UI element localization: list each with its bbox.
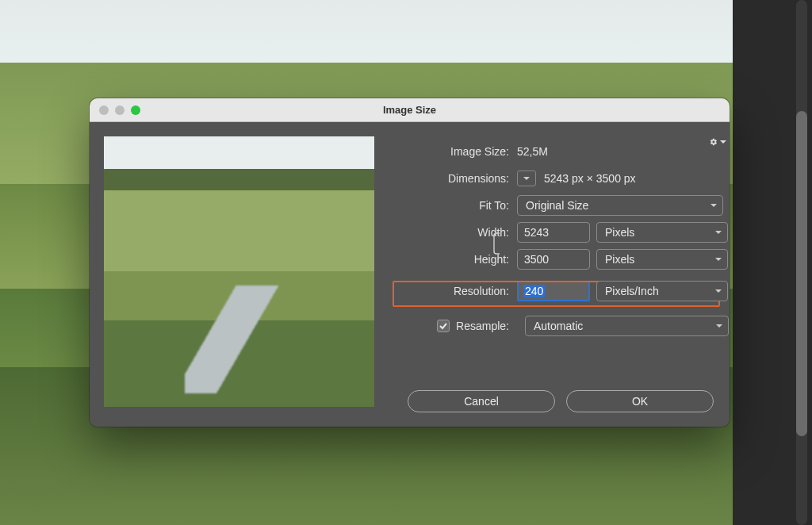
constrain-aspect-icon[interactable]	[492, 232, 503, 258]
dialog-titlebar[interactable]: Image Size	[90, 98, 730, 122]
dialog-body: Image Size: 52,5M Dimensions: 5243 px × …	[90, 122, 730, 427]
dialog-button-row: Cancel OK	[90, 390, 730, 412]
image-preview-thumbnail	[104, 136, 374, 407]
dialog-title: Image Size	[90, 104, 730, 116]
image-size-value: 52,5M	[517, 145, 548, 158]
image-size-row: Image Size: 52,5M	[390, 138, 729, 165]
height-row: Height: 3500 Pixels	[390, 246, 729, 273]
width-input[interactable]: 5243	[517, 222, 590, 243]
ok-button-label: OK	[632, 395, 648, 408]
resolution-unit-value: Pixels/Inch	[605, 285, 659, 297]
fit-to-select[interactable]: Original Size	[517, 195, 723, 216]
width-value: 5243	[524, 226, 549, 239]
dimensions-row: Dimensions: 5243 px × 3500 px	[390, 165, 729, 192]
dimensions-unit-toggle[interactable]	[517, 171, 536, 186]
image-preview[interactable]	[104, 136, 374, 407]
resolution-row: Resolution: 240 Pixels/Inch	[390, 278, 729, 305]
resample-row: Resample: Automatic	[390, 312, 729, 339]
height-value: 3500	[524, 253, 549, 266]
chevron-down-icon	[523, 174, 530, 182]
resolution-label: Resolution:	[390, 285, 517, 297]
checkmark-icon	[439, 321, 448, 331]
resample-select[interactable]: Automatic	[525, 316, 729, 336]
chevron-down-icon	[715, 320, 723, 332]
app-right-panel	[733, 0, 812, 525]
resolution-value: 240	[523, 285, 545, 297]
gear-icon	[710, 138, 718, 146]
chevron-down-icon	[714, 253, 722, 266]
width-unit-select[interactable]: Pixels	[596, 222, 728, 243]
resample-checkbox[interactable]	[437, 320, 450, 332]
dimensions-label: Dimensions:	[390, 172, 517, 185]
settings-menu-button[interactable]	[710, 138, 727, 146]
fit-to-label: Fit To:	[390, 199, 517, 212]
resolution-unit-select[interactable]: Pixels/Inch	[596, 281, 728, 301]
image-size-dialog: Image Size Image Size: 52,5M Dimensions:…	[90, 98, 730, 427]
cancel-button[interactable]: Cancel	[408, 390, 555, 412]
image-size-form: Image Size: 52,5M Dimensions: 5243 px × …	[390, 136, 729, 339]
resample-label: Resample:	[456, 320, 509, 332]
resolution-input[interactable]: 240	[517, 281, 590, 301]
height-unit-select[interactable]: Pixels	[596, 249, 728, 270]
chevron-down-icon	[714, 226, 722, 239]
resample-value: Automatic	[534, 320, 583, 332]
height-unit-value: Pixels	[605, 253, 634, 266]
dimensions-value: 5243 px × 3500 px	[544, 172, 636, 185]
image-size-label: Image Size:	[390, 145, 517, 158]
height-input[interactable]: 3500	[517, 249, 590, 270]
fit-to-row: Fit To: Original Size	[390, 192, 729, 219]
chevron-down-icon	[714, 285, 722, 297]
chevron-down-icon	[710, 199, 718, 212]
width-unit-value: Pixels	[605, 226, 634, 239]
ok-button[interactable]: OK	[566, 390, 714, 412]
width-row: Width: 5243 Pixels	[390, 219, 729, 246]
cancel-button-label: Cancel	[464, 395, 499, 408]
fit-to-value: Original Size	[526, 199, 588, 212]
scrollbar-thumb[interactable]	[796, 111, 807, 436]
chevron-down-icon	[719, 138, 727, 146]
